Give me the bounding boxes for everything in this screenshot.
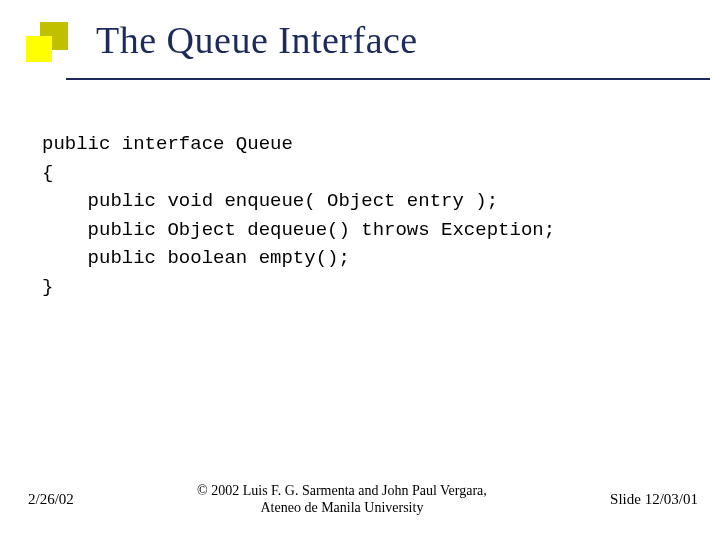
footer-copyright-line1: © 2002 Luis F. G. Sarmenta and John Paul… — [74, 482, 610, 500]
footer-slide-number: Slide 12/03/01 — [610, 491, 698, 508]
slide-title: The Queue Interface — [96, 18, 418, 62]
code-line: public interface Queue — [42, 133, 293, 155]
code-line: public void enqueue( Object entry ); — [42, 190, 498, 212]
code-block: public interface Queue { public void enq… — [42, 130, 682, 301]
footer-copyright: © 2002 Luis F. G. Sarmenta and John Paul… — [74, 482, 610, 517]
slide: The Queue Interface public interface Que… — [0, 0, 720, 540]
code-line: { — [42, 162, 53, 184]
code-line: public boolean empty(); — [42, 247, 350, 269]
footer-copyright-line2: Ateneo de Manila University — [74, 499, 610, 517]
code-line: public Object dequeue() throws Exception… — [42, 219, 555, 241]
footer-date: 2/26/02 — [28, 491, 74, 508]
slide-body: public interface Queue { public void enq… — [42, 130, 682, 301]
title-underline — [66, 78, 710, 80]
code-line: } — [42, 276, 53, 298]
title-decor-square-yellow — [26, 36, 52, 62]
slide-footer: 2/26/02 © 2002 Luis F. G. Sarmenta and J… — [0, 478, 720, 520]
